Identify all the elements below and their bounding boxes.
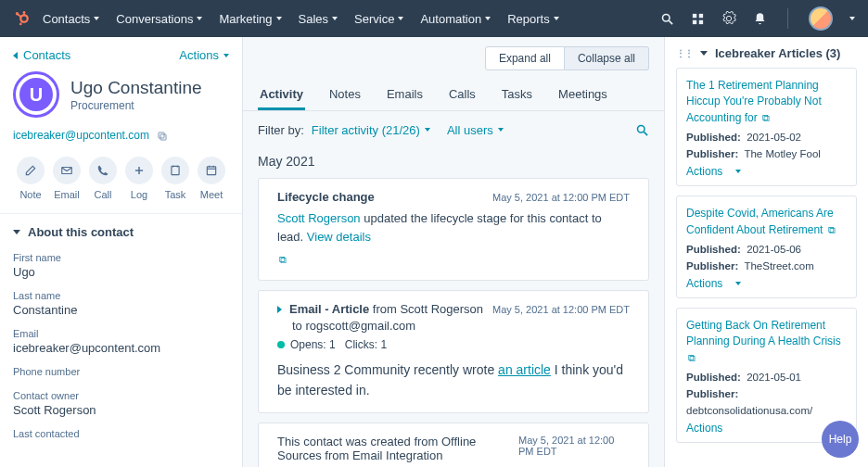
nav-reports[interactable]: Reports xyxy=(507,12,559,26)
back-contacts[interactable]: Contacts xyxy=(13,48,70,62)
svg-rect-21 xyxy=(207,167,215,175)
svg-point-7 xyxy=(663,14,670,21)
expand-all-button[interactable]: Expand all xyxy=(485,46,565,70)
field-owner[interactable]: Contact ownerScott Rogerson xyxy=(0,386,242,424)
view-details-link[interactable]: View details xyxy=(307,230,371,244)
gear-icon[interactable] xyxy=(721,11,736,26)
field-last-name[interactable]: Last nameConstantine xyxy=(0,286,242,324)
svg-rect-9 xyxy=(693,13,696,17)
bell-icon[interactable] xyxy=(753,12,767,26)
publisher-label: Publisher: xyxy=(686,260,738,271)
contact-actions-menu[interactable]: Actions xyxy=(179,48,229,62)
article-title-link[interactable]: Getting Back On Retirement Planning Duri… xyxy=(686,318,847,366)
article-actions-menu[interactable]: Actions xyxy=(686,277,847,290)
icebreaker-panel: ⋮⋮ Icebreaker Articles (3) The 1 Retirem… xyxy=(664,37,868,467)
month-header: May 2021 xyxy=(243,148,664,178)
svg-rect-11 xyxy=(693,19,696,23)
article-card: The 1 Retirement Planning Hiccup You're … xyxy=(676,68,857,186)
article-link[interactable]: an article xyxy=(498,362,551,377)
activity-card-email[interactable]: Email - Article from Scott Rogerson May … xyxy=(258,290,649,412)
nav-automation[interactable]: Automation xyxy=(420,12,491,26)
chevron-down-icon xyxy=(485,17,491,20)
opens-stat: Opens: 1 xyxy=(290,338,336,351)
chevron-down-icon xyxy=(735,170,741,173)
note-button[interactable]: Note xyxy=(17,157,45,200)
publisher-label: Publisher: xyxy=(686,148,738,159)
task-button[interactable]: Task xyxy=(161,157,189,200)
activity-card-lifecycle[interactable]: Lifecycle change May 5, 2021 at 12:00 PM… xyxy=(258,178,649,281)
search-icon[interactable] xyxy=(660,12,674,26)
about-section-header[interactable]: About this contact xyxy=(0,213,242,248)
external-link-icon: ⧉ xyxy=(688,352,696,363)
panel-title: Icebreaker Articles (3) xyxy=(715,46,840,60)
article-card: Despite Covid, Americans Are Confident A… xyxy=(676,196,857,298)
published-date: 2021-05-06 xyxy=(747,244,801,255)
nav-marketing[interactable]: Marketing xyxy=(219,12,281,26)
email-button[interactable]: Email xyxy=(53,157,81,200)
article-title-link[interactable]: Despite Covid, Americans Are Confident A… xyxy=(686,206,847,238)
avatar[interactable] xyxy=(809,6,833,31)
call-button[interactable]: Call xyxy=(89,157,117,200)
svg-line-2 xyxy=(18,15,21,18)
filter-activity-dropdown[interactable]: Filter activity (21/26) xyxy=(312,123,430,137)
tab-meetings[interactable]: Meetings xyxy=(556,78,609,110)
contact-name: Ugo Constantine xyxy=(70,78,202,98)
svg-rect-10 xyxy=(699,13,703,17)
actor-link[interactable]: Scott Rogerson xyxy=(277,211,361,225)
log-icon xyxy=(125,157,153,184)
collapse-all-button[interactable]: Collapse all xyxy=(565,46,649,70)
nav-conversations[interactable]: Conversations xyxy=(116,12,202,26)
activity-card-source[interactable]: This contact was created from Offline So… xyxy=(258,423,649,467)
chevron-right-icon[interactable] xyxy=(277,306,282,313)
chevron-down-icon xyxy=(223,54,229,57)
log-button[interactable]: Log xyxy=(125,157,153,200)
marketplace-icon[interactable] xyxy=(691,12,705,26)
email-icon xyxy=(53,157,81,184)
meet-button[interactable]: Meet xyxy=(198,157,225,200)
chevron-down-icon xyxy=(735,282,741,285)
tab-tasks[interactable]: Tasks xyxy=(500,78,534,110)
svg-point-25 xyxy=(638,126,645,133)
field-last-contacted[interactable]: Last contacted xyxy=(0,424,242,448)
grip-icon[interactable]: ⋮⋮ xyxy=(676,48,693,58)
tab-notes[interactable]: Notes xyxy=(327,78,363,110)
published-date: 2021-05-01 xyxy=(747,372,801,383)
help-button[interactable]: Help xyxy=(822,421,859,458)
nav-service[interactable]: Service xyxy=(354,12,403,26)
hubspot-logo[interactable] xyxy=(13,10,30,27)
article-title-link[interactable]: The 1 Retirement Planning Hiccup You're … xyxy=(686,78,847,126)
card-date: May 5, 2021 at 12:00 PM EDT xyxy=(518,435,630,457)
contact-email-link[interactable]: icebreaker@upcontent.com xyxy=(13,129,149,142)
chevron-down-icon[interactable] xyxy=(849,17,855,20)
copy-icon[interactable] xyxy=(157,129,168,142)
svg-rect-13 xyxy=(160,134,166,140)
nav-separator xyxy=(787,8,788,29)
field-phone[interactable]: Phone number xyxy=(0,362,242,386)
tab-activity[interactable]: Activity xyxy=(258,78,305,110)
field-email[interactable]: Emailicebreaker@upcontent.com xyxy=(0,324,242,362)
field-first-name[interactable]: First nameUgo xyxy=(0,248,242,286)
published-date: 2021-05-02 xyxy=(747,132,801,143)
tab-calls[interactable]: Calls xyxy=(447,78,478,110)
svg-rect-12 xyxy=(699,19,703,23)
search-activity-icon[interactable] xyxy=(635,122,649,137)
card-text: This contact was created from Offline So… xyxy=(277,435,518,462)
top-nav: Contacts Conversations Marketing Sales S… xyxy=(0,0,868,37)
chevron-down-icon[interactable] xyxy=(700,51,708,56)
article-actions-menu[interactable]: Actions xyxy=(686,165,847,178)
nav-contacts[interactable]: Contacts xyxy=(43,12,99,26)
email-to-line: to rogscott@gmail.com xyxy=(292,319,630,333)
contact-avatar[interactable]: U xyxy=(13,71,59,118)
published-label: Published: xyxy=(686,132,741,143)
nav-utility xyxy=(660,6,855,31)
filter-users-dropdown[interactable]: All users xyxy=(447,123,504,137)
svg-rect-18 xyxy=(172,166,179,174)
nav-sales[interactable]: Sales xyxy=(299,12,338,26)
external-link-icon[interactable]: ⧉ xyxy=(279,254,287,265)
tab-emails[interactable]: Emails xyxy=(385,78,425,110)
note-icon xyxy=(17,157,45,184)
svg-line-26 xyxy=(644,132,647,135)
chevron-left-icon xyxy=(13,52,18,59)
card-date: May 5, 2021 at 12:00 PM EDT xyxy=(492,304,630,315)
svg-rect-14 xyxy=(159,133,164,138)
